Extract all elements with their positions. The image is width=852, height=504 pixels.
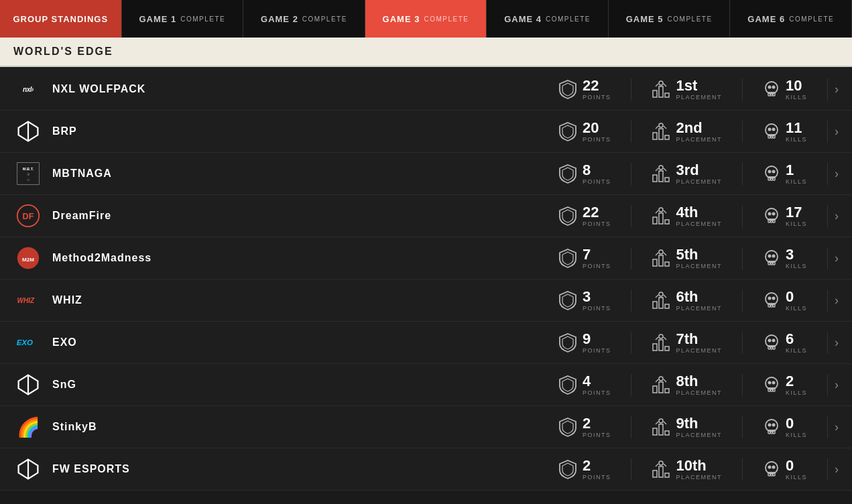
expand-chevron[interactable]: › xyxy=(835,125,839,139)
team-logo: DF xyxy=(13,201,43,231)
svg-rect-48 xyxy=(659,213,663,224)
expand-chevron[interactable]: › xyxy=(835,167,839,181)
team-row[interactable]: BRP 20 POINTS xyxy=(0,111,852,153)
svg-rect-2 xyxy=(665,93,669,97)
team-stats: 22 POINTS 1st PLACEMENT xyxy=(538,78,839,101)
kills-number: 6 xyxy=(786,332,794,346)
expand-chevron[interactable]: › xyxy=(835,336,839,350)
kills-number: 17 xyxy=(786,205,802,220)
kills-icon xyxy=(763,207,780,225)
points-values: 20 POINTS xyxy=(583,121,611,143)
svg-rect-1 xyxy=(659,86,663,97)
kills-stat: 0 KILLS xyxy=(743,458,828,481)
team-stats: 2 POINTS 9th PLACEMENT xyxy=(538,416,839,438)
nav-tab-label: GAME 5 xyxy=(626,14,664,24)
expand-chevron[interactable]: › xyxy=(835,209,839,223)
points-values: 4 POINTS xyxy=(583,374,611,396)
expand-chevron[interactable]: › xyxy=(835,251,839,265)
svg-point-79 xyxy=(659,292,663,296)
team-logo-nxl: nxl› xyxy=(23,86,34,93)
kills-stat: 10 KILLS xyxy=(743,78,828,101)
points-values: 22 POINTS xyxy=(583,78,611,101)
nav-tab-game1[interactable]: GAME 1COMPLETE xyxy=(122,0,244,38)
expand-chevron[interactable]: › xyxy=(835,82,839,97)
kills-icon xyxy=(763,418,780,436)
svg-point-126 xyxy=(772,424,775,427)
placement-number: 10th xyxy=(676,458,706,473)
nav-tab-game6[interactable]: GAME 6COMPLETE xyxy=(730,0,852,38)
team-row[interactable]: M.B.T.⚙☠ MBTNAGA 8 POINTS xyxy=(0,153,852,195)
team-logo-mbt: M.B.T.⚙☠ xyxy=(16,162,40,186)
nav-tab-game3[interactable]: GAME 3COMPLETE xyxy=(365,0,487,38)
placement-label: PLACEMENT xyxy=(676,432,722,438)
points-number: 3 xyxy=(583,290,591,304)
nav-tab-game4[interactable]: GAME 4COMPLETE xyxy=(487,0,609,38)
expand-chevron[interactable]: › xyxy=(835,420,839,434)
placement-label: PLACEMENT xyxy=(676,305,722,312)
svg-rect-119 xyxy=(659,424,663,435)
points-label: POINTS xyxy=(583,432,611,438)
svg-rect-32 xyxy=(653,175,657,182)
svg-line-67 xyxy=(664,253,666,255)
placement-number: 1st xyxy=(676,78,697,93)
team-logo-m2m: M2M xyxy=(16,246,40,270)
kills-icon xyxy=(763,334,780,351)
placement-number: 7th xyxy=(676,332,698,346)
points-number: 9 xyxy=(583,332,591,346)
svg-rect-91 xyxy=(659,340,663,351)
placement-label: PLACEMENT xyxy=(676,389,722,396)
placement-stat: 7th PLACEMENT xyxy=(631,332,743,354)
nav-tab-sublabel: COMPLETE xyxy=(180,15,225,23)
team-logo-sng xyxy=(16,373,40,397)
svg-rect-78 xyxy=(665,304,669,308)
expand-chevron[interactable]: › xyxy=(835,462,839,477)
points-number: 22 xyxy=(583,205,599,220)
expand-chevron[interactable]: › xyxy=(835,294,839,308)
placement-number: 3rd xyxy=(676,163,698,178)
placement-values: 9th PLACEMENT xyxy=(676,416,722,438)
svg-rect-0 xyxy=(653,90,657,97)
team-row[interactable]: DF DreamFire 22 POINTS xyxy=(0,195,852,237)
team-name: MBTNAGA xyxy=(52,168,538,180)
kills-stat: 2 KILLS xyxy=(743,374,828,396)
svg-point-125 xyxy=(768,424,771,427)
expand-chevron[interactable]: › xyxy=(835,378,839,392)
team-row[interactable]: FW ESPORTS 2 POINTS xyxy=(0,448,852,491)
placement-stat: 6th PLACEMENT xyxy=(631,290,743,312)
nav-tab-game2[interactable]: GAME 2COMPLETE xyxy=(243,0,365,38)
svg-text:M2M: M2M xyxy=(22,257,34,263)
kills-values: 0 KILLS xyxy=(786,290,807,312)
placement-icon xyxy=(652,249,670,267)
nav-tab-game5[interactable]: GAME 5COMPLETE xyxy=(609,0,731,38)
svg-rect-77 xyxy=(659,298,663,308)
team-row[interactable]: WHIZ WHIZ 3 POINTS xyxy=(0,279,852,322)
svg-point-50 xyxy=(659,208,663,212)
placement-icon xyxy=(652,122,670,141)
team-row[interactable]: M2M Method2Madness 7 POINTS xyxy=(0,237,852,279)
kills-label: KILLS xyxy=(786,220,807,227)
svg-rect-135 xyxy=(665,473,669,477)
team-row[interactable]: 🌈 StinkyB 2 POINTS xyxy=(0,406,852,448)
kills-number: 1 xyxy=(786,163,794,178)
points-label: POINTS xyxy=(583,263,611,269)
svg-rect-107 xyxy=(665,389,669,393)
svg-rect-92 xyxy=(665,346,669,351)
nav-tab-label: GAME 1 xyxy=(139,14,176,24)
svg-point-35 xyxy=(659,166,663,170)
placement-stat: 8th PLACEMENT xyxy=(631,374,743,396)
kills-values: 1 KILLS xyxy=(786,163,807,185)
team-row[interactable]: nxl› NXL WOLFPACK 22 POINTS xyxy=(0,68,852,111)
kills-label: KILLS xyxy=(786,178,807,185)
placement-values: 3rd PLACEMENT xyxy=(676,163,722,185)
nav-tab-group-standings[interactable]: GROUP STANDINGS xyxy=(0,0,122,38)
kills-icon-container xyxy=(763,376,780,393)
team-stats: 22 POINTS 4th PLACEMENT xyxy=(538,205,839,227)
team-row[interactable]: EXO EXO 9 POINTS xyxy=(0,322,852,364)
placement-values: 7th PLACEMENT xyxy=(676,332,722,354)
placement-values: 6th PLACEMENT xyxy=(676,290,722,312)
svg-point-40 xyxy=(772,170,775,174)
points-number: 8 xyxy=(583,163,591,178)
team-row[interactable]: SnG 4 POINTS xyxy=(0,364,852,406)
placement-icon-container xyxy=(652,333,670,352)
svg-line-123 xyxy=(664,422,666,424)
